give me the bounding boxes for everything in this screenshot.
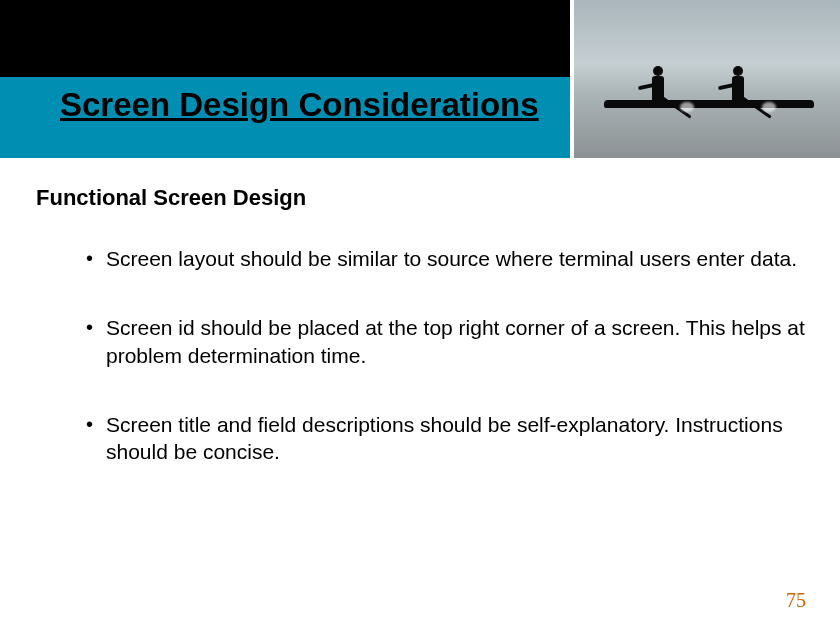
bullet-item: Screen layout should be similar to sourc… — [86, 245, 806, 272]
page-number: 75 — [786, 589, 806, 612]
header-black-strip — [0, 0, 570, 77]
water-splash — [680, 102, 694, 112]
slide-subtitle: Functional Screen Design — [36, 185, 806, 211]
rower-silhouette — [724, 62, 750, 102]
bullet-item: Screen id should be placed at the top ri… — [86, 314, 806, 369]
slide-title: Screen Design Considerations — [60, 86, 539, 124]
hero-image-rowers — [570, 0, 840, 158]
rower-silhouette — [644, 62, 670, 102]
boat-silhouette — [604, 100, 814, 108]
slide-content: Functional Screen Design Screen layout s… — [36, 185, 806, 507]
water-splash — [762, 102, 776, 112]
bullet-list: Screen layout should be similar to sourc… — [36, 245, 806, 465]
bullet-item: Screen title and field descriptions shou… — [86, 411, 806, 466]
header-band: Screen Design Considerations — [0, 0, 840, 158]
slide: Screen Design Considerations Functional … — [0, 0, 840, 630]
